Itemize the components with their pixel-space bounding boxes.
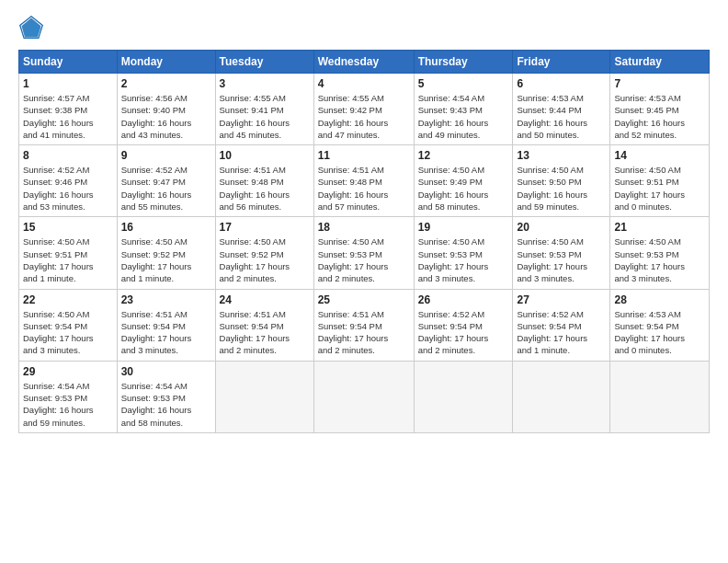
calendar-cell: 5Sunrise: 4:54 AM Sunset: 9:43 PM Daylig… — [414, 74, 513, 145]
calendar-cell: 12Sunrise: 4:50 AM Sunset: 9:49 PM Dayli… — [414, 145, 513, 217]
day-number: 8 — [23, 149, 113, 162]
day-info: Sunrise: 4:50 AM Sunset: 9:52 PM Dayligh… — [121, 236, 211, 284]
week-row-3: 15Sunrise: 4:50 AM Sunset: 9:51 PM Dayli… — [19, 217, 710, 289]
day-info: Sunrise: 4:54 AM Sunset: 9:53 PM Dayligh… — [23, 380, 113, 429]
day-info: Sunrise: 4:50 AM Sunset: 9:53 PM Dayligh… — [318, 236, 410, 284]
day-info: Sunrise: 4:53 AM Sunset: 9:44 PM Dayligh… — [517, 92, 606, 141]
page: SundayMondayTuesdayWednesdayThursdayFrid… — [0, 0, 728, 563]
calendar-cell: 16Sunrise: 4:50 AM Sunset: 9:52 PM Dayli… — [117, 217, 215, 289]
day-info: Sunrise: 4:51 AM Sunset: 9:54 PM Dayligh… — [318, 308, 410, 357]
day-number: 19 — [418, 221, 509, 234]
calendar-table: SundayMondayTuesdayWednesdayThursdayFrid… — [18, 50, 710, 433]
day-number: 26 — [418, 293, 509, 306]
weekday-header-sunday: Sunday — [19, 51, 118, 74]
logo-icon — [18, 15, 44, 40]
weekday-header-friday: Friday — [513, 51, 610, 74]
day-info: Sunrise: 4:50 AM Sunset: 9:51 PM Dayligh… — [23, 236, 113, 284]
calendar-cell: 30Sunrise: 4:54 AM Sunset: 9:53 PM Dayli… — [117, 361, 215, 432]
calendar-cell: 29Sunrise: 4:54 AM Sunset: 9:53 PM Dayli… — [19, 361, 118, 432]
calendar-cell: 25Sunrise: 4:51 AM Sunset: 9:54 PM Dayli… — [313, 289, 414, 361]
day-info: Sunrise: 4:50 AM Sunset: 9:50 PM Dayligh… — [517, 164, 606, 213]
day-number: 6 — [517, 77, 606, 90]
day-number: 16 — [121, 221, 211, 234]
week-row-2: 8Sunrise: 4:52 AM Sunset: 9:46 PM Daylig… — [19, 145, 710, 217]
calendar-cell — [414, 361, 513, 432]
weekday-header-row: SundayMondayTuesdayWednesdayThursdayFrid… — [19, 51, 710, 74]
calendar-cell: 24Sunrise: 4:51 AM Sunset: 9:54 PM Dayli… — [215, 289, 313, 361]
day-info: Sunrise: 4:56 AM Sunset: 9:40 PM Dayligh… — [121, 92, 211, 141]
day-info: Sunrise: 4:50 AM Sunset: 9:53 PM Dayligh… — [418, 236, 509, 284]
week-row-4: 22Sunrise: 4:50 AM Sunset: 9:54 PM Dayli… — [19, 289, 710, 361]
day-info: Sunrise: 4:52 AM Sunset: 9:46 PM Dayligh… — [23, 164, 113, 213]
day-number: 1 — [23, 77, 113, 90]
day-info: Sunrise: 4:50 AM Sunset: 9:53 PM Dayligh… — [614, 236, 705, 284]
calendar-cell: 28Sunrise: 4:53 AM Sunset: 9:54 PM Dayli… — [610, 289, 710, 361]
day-number: 27 — [517, 293, 606, 306]
calendar-cell — [610, 361, 710, 432]
calendar-cell: 7Sunrise: 4:53 AM Sunset: 9:45 PM Daylig… — [610, 74, 710, 145]
logo — [18, 15, 48, 40]
calendar-cell: 4Sunrise: 4:55 AM Sunset: 9:42 PM Daylig… — [313, 74, 414, 145]
day-number: 15 — [23, 221, 113, 234]
day-number: 9 — [121, 149, 211, 162]
day-number: 14 — [614, 149, 705, 162]
calendar-cell: 17Sunrise: 4:50 AM Sunset: 9:52 PM Dayli… — [215, 217, 313, 289]
calendar-cell: 10Sunrise: 4:51 AM Sunset: 9:48 PM Dayli… — [215, 145, 313, 217]
day-number: 4 — [318, 77, 410, 90]
week-row-1: 1Sunrise: 4:57 AM Sunset: 9:38 PM Daylig… — [19, 74, 710, 145]
calendar-cell: 26Sunrise: 4:52 AM Sunset: 9:54 PM Dayli… — [414, 289, 513, 361]
calendar-cell: 21Sunrise: 4:50 AM Sunset: 9:53 PM Dayli… — [610, 217, 710, 289]
day-info: Sunrise: 4:53 AM Sunset: 9:45 PM Dayligh… — [614, 92, 705, 141]
weekday-header-tuesday: Tuesday — [215, 51, 313, 74]
calendar-cell: 23Sunrise: 4:51 AM Sunset: 9:54 PM Dayli… — [117, 289, 215, 361]
day-number: 18 — [318, 221, 410, 234]
day-info: Sunrise: 4:52 AM Sunset: 9:54 PM Dayligh… — [517, 308, 606, 357]
day-number: 24 — [220, 293, 310, 306]
day-number: 5 — [418, 77, 509, 90]
day-info: Sunrise: 4:57 AM Sunset: 9:38 PM Dayligh… — [23, 92, 113, 141]
calendar-cell: 1Sunrise: 4:57 AM Sunset: 9:38 PM Daylig… — [19, 74, 118, 145]
weekday-header-monday: Monday — [117, 51, 215, 74]
week-row-5: 29Sunrise: 4:54 AM Sunset: 9:53 PM Dayli… — [19, 361, 710, 432]
calendar-cell: 22Sunrise: 4:50 AM Sunset: 9:54 PM Dayli… — [19, 289, 118, 361]
day-number: 29 — [23, 365, 113, 378]
day-number: 13 — [517, 149, 606, 162]
calendar-cell: 9Sunrise: 4:52 AM Sunset: 9:47 PM Daylig… — [117, 145, 215, 217]
calendar-cell: 6Sunrise: 4:53 AM Sunset: 9:44 PM Daylig… — [513, 74, 610, 145]
day-number: 3 — [220, 77, 310, 90]
day-number: 30 — [121, 365, 211, 378]
calendar-cell: 13Sunrise: 4:50 AM Sunset: 9:50 PM Dayli… — [513, 145, 610, 217]
calendar-cell: 27Sunrise: 4:52 AM Sunset: 9:54 PM Dayli… — [513, 289, 610, 361]
day-info: Sunrise: 4:55 AM Sunset: 9:42 PM Dayligh… — [318, 92, 410, 141]
day-number: 17 — [220, 221, 310, 234]
day-info: Sunrise: 4:52 AM Sunset: 9:47 PM Dayligh… — [121, 164, 211, 213]
day-number: 25 — [318, 293, 410, 306]
day-number: 21 — [614, 221, 705, 234]
header — [18, 15, 710, 40]
calendar-cell: 15Sunrise: 4:50 AM Sunset: 9:51 PM Dayli… — [19, 217, 118, 289]
weekday-header-saturday: Saturday — [610, 51, 710, 74]
calendar-cell: 2Sunrise: 4:56 AM Sunset: 9:40 PM Daylig… — [117, 74, 215, 145]
day-info: Sunrise: 4:53 AM Sunset: 9:54 PM Dayligh… — [614, 308, 705, 357]
day-info: Sunrise: 4:51 AM Sunset: 9:48 PM Dayligh… — [220, 164, 310, 213]
day-number: 20 — [517, 221, 606, 234]
day-info: Sunrise: 4:51 AM Sunset: 9:48 PM Dayligh… — [318, 164, 410, 213]
day-info: Sunrise: 4:54 AM Sunset: 9:53 PM Dayligh… — [121, 380, 211, 429]
day-number: 22 — [23, 293, 113, 306]
calendar-cell: 11Sunrise: 4:51 AM Sunset: 9:48 PM Dayli… — [313, 145, 414, 217]
day-number: 2 — [121, 77, 211, 90]
weekday-header-wednesday: Wednesday — [313, 51, 414, 74]
day-info: Sunrise: 4:50 AM Sunset: 9:49 PM Dayligh… — [418, 164, 509, 213]
day-info: Sunrise: 4:55 AM Sunset: 9:41 PM Dayligh… — [220, 92, 310, 141]
weekday-header-thursday: Thursday — [414, 51, 513, 74]
calendar-cell: 8Sunrise: 4:52 AM Sunset: 9:46 PM Daylig… — [19, 145, 118, 217]
day-number: 7 — [614, 77, 705, 90]
calendar-cell: 18Sunrise: 4:50 AM Sunset: 9:53 PM Dayli… — [313, 217, 414, 289]
calendar-cell — [313, 361, 414, 432]
day-number: 28 — [614, 293, 705, 306]
day-number: 12 — [418, 149, 509, 162]
calendar-cell: 20Sunrise: 4:50 AM Sunset: 9:53 PM Dayli… — [513, 217, 610, 289]
day-info: Sunrise: 4:54 AM Sunset: 9:43 PM Dayligh… — [418, 92, 509, 141]
day-info: Sunrise: 4:50 AM Sunset: 9:52 PM Dayligh… — [220, 236, 310, 284]
day-info: Sunrise: 4:50 AM Sunset: 9:51 PM Dayligh… — [614, 164, 705, 213]
